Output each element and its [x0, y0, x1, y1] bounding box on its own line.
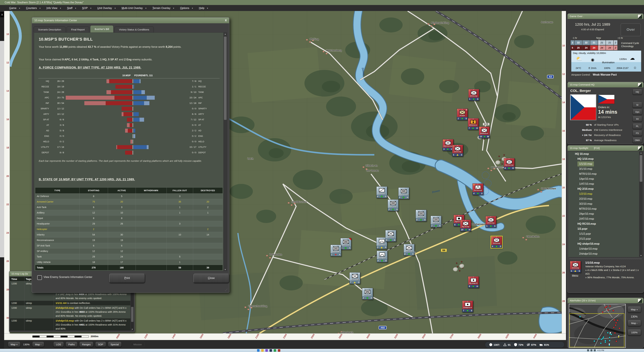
scenario-info-dialog[interactable]: 10.msp Scenario Information Center X Sce…: [32, 17, 230, 293]
menu-staff[interactable]: Staff▼: [67, 7, 76, 10]
unit-counter-4-4-PzGren[interactable]: •••T4/4/PzGren2S: [430, 216, 442, 227]
toolbar-map-[interactable]: Map -: [32, 342, 44, 347]
dialog-scrollbar[interactable]: ▲ ▼: [224, 33, 227, 271]
toolbar-paths[interactable]: Paths: [66, 342, 78, 347]
tab-butcher-s-bill[interactable]: Butcher's Bill: [90, 25, 114, 33]
hq-button-fs[interactable]: FS: [632, 131, 642, 136]
dialog-titlebar[interactable]: 10.msp Scenario Information Center X: [32, 18, 229, 23]
over-button[interactable]: Over: [620, 23, 641, 36]
spotlight-item-HQ-1-10-msp[interactable]: HQ 1/10.msp: [568, 156, 639, 161]
menu-info-view[interactable]: Info View▼: [46, 7, 61, 10]
log-row[interactable]: 1200sitrep1/1/11 AH is combat ineffectiv…: [10, 301, 130, 305]
unit-counter-1-2-10-msp[interactable]: IL1/2/10.msp4S: [491, 236, 502, 248]
unit-counter-1-4-PzGren[interactable]: •••T1/4/PzGren4A: [340, 238, 351, 250]
taskbar-app-icon[interactable]: [278, 349, 280, 352]
menu-terrain-overlay[interactable]: Terrain Overlay▼: [152, 7, 174, 10]
print-button[interactable]: Print: [109, 274, 145, 283]
log-row[interactable]: 1200sitrep1/shdpr/10.msp with On Call or…: [10, 318, 130, 330]
spotlight-item-2-2-10-msp[interactable]: 2/2/10.msp: [568, 196, 639, 201]
minimap-map-minus-button[interactable]: Map -: [628, 320, 641, 326]
unit-counter-1-3-PzGren[interactable]: •••L1/3/PzGren6S: [385, 230, 396, 242]
tab-final-report[interactable]: Final Report: [66, 27, 89, 33]
unit-counter-2-PzJgKp-5[interactable]: •••T2/PzJgKp 54S: [377, 251, 388, 262]
unit-counter-1-1-10-msp[interactable]: IL1/1/10.msp5S: [570, 261, 581, 273]
unit-counter-1-2-pzpr[interactable]: ILH1/2.pzpr2S: [457, 109, 468, 120]
log-resize-grip[interactable]: ⋰: [131, 328, 134, 331]
unit-counter-MTR-2-10-m[interactable]: ILMTR/2/10.m7O: [468, 118, 479, 130]
spotlight-item-1-1-2-pzpr[interactable]: 1/1/2.pzpr: [568, 231, 639, 236]
hq-button-pl[interactable]: PL: [632, 124, 642, 129]
spotlight-item-HQ-2-10-msp[interactable]: HQ 2/10.msp: [568, 186, 639, 191]
tray-icon[interactable]: [590, 349, 592, 351]
unit-counter-2-4-PzGren[interactable]: •••T2/4/PzGren5S: [416, 210, 426, 221]
unit-detail-counter[interactable]: IL1/1/10.msp5S: [570, 261, 580, 272]
view-enemy-checkbox[interactable]: [37, 275, 42, 280]
panel-corner-icon[interactable]: [638, 14, 642, 19]
spotlight-item-2-1-2-pzpr[interactable]: 2/1/2.pzpr: [568, 236, 639, 241]
panel-corner-icon[interactable]: [638, 83, 642, 87]
close-button[interactable]: Close: [193, 274, 229, 283]
spotlight-scrollbar[interactable]: ▲ ▼: [639, 151, 643, 257]
minimap[interactable]: [569, 304, 626, 348]
spotlight-item-1-1-10-msp[interactable]: 1/1/10.msp: [568, 161, 639, 166]
unit-counter-HQ-1-10-msp[interactable]: IWHQ 1/10.msp3H: [442, 139, 454, 151]
game-over-header[interactable]: Game Over .: [568, 14, 643, 19]
close-dock-icon[interactable]: X: [0, 12, 4, 17]
menu-game[interactable]: Game▼: [9, 7, 20, 10]
spotlight-item-1-shdpr-10-msp[interactable]: 1/shdpr/10.msp: [568, 246, 639, 251]
toolbar-ranges[interactable]: Ranges: [79, 342, 94, 347]
tray-icon[interactable]: [587, 349, 589, 351]
dialog-close-icon[interactable]: X: [225, 18, 227, 23]
tab-victory-status-conditions[interactable]: Victory Status & Conditions: [114, 27, 154, 33]
spotlight-item-1-2-10-msp[interactable]: 1/2/10.msp: [568, 191, 639, 196]
unit-counter-2-PzGrenBt[interactable]: •••T2/PzGrenBt2S: [362, 288, 373, 299]
hq-button-hq[interactable]: HQ: [632, 89, 642, 95]
spotlight-item-2-shdpr-10-msp[interactable]: 2/shdpr/10.msp: [568, 251, 639, 256]
menu-sop[interactable]: SOP▼: [82, 7, 92, 10]
unit-counter-HQ-10-msp[interactable]: ILHQ 10.msp20H: [460, 220, 471, 231]
unit-counter-1-shdpr-10-m[interactable]: IL1/shdpr/10.m7S: [462, 300, 473, 312]
os-taskbar[interactable]: 4:11 PM: [0, 349, 644, 352]
unit-counter-3-PzGrenBt[interactable]: •••LH3/PzGrenBt7S: [349, 272, 360, 284]
unit-counter-2-3-PzGren[interactable]: •••L2/3/PzGren6S: [404, 244, 414, 256]
minimap-header[interactable]: Aiterhofen (20 x 15 km): [568, 298, 643, 303]
spotlight-item-HQ-RC-10-msp[interactable]: HQ RC/10.msp: [568, 221, 639, 226]
toolbar-special[interactable]: Special: [108, 342, 122, 347]
log-col-time[interactable]: Time: [10, 277, 24, 281]
taskbar-app-icon[interactable]: [261, 349, 264, 352]
spotlight-item-3-2-10-msp[interactable]: 3/2/10.msp: [568, 201, 639, 206]
minimap-viewport-rect[interactable]: [570, 313, 624, 347]
taskbar-app-icon[interactable]: [270, 349, 272, 352]
taskbar-app-icon[interactable]: [265, 349, 268, 352]
unit-counter-HQ-2-10-msp[interactable]: ILHQ 2/10.msp8H: [504, 158, 515, 170]
hq-button-oma[interactable]: OMA: [632, 138, 642, 143]
tray-icon[interactable]: [594, 349, 596, 351]
dialog-resize-grip[interactable]: ⋰: [225, 288, 228, 291]
command-hq-header[interactable]: 10.msp Command HQ: [568, 82, 643, 87]
menu-unit-overlay[interactable]: Unit Overlay▼: [97, 7, 116, 10]
spotlight-item-3-1-10-msp[interactable]: 3/1/10.msp: [568, 166, 639, 171]
hq-button-int[interactable]: Int: [632, 116, 642, 122]
panel-corner-icon[interactable]: [638, 298, 642, 303]
unit-counter-MTR-1-10-m[interactable]: IWMTR/1/10.m10M: [479, 127, 490, 138]
menu-multi-unit-overlay[interactable]: Multi-Unit Overlay▼: [122, 7, 147, 10]
toolbar-map-[interactable]: Map +: [8, 342, 20, 347]
spotlight-item-2-AT-10-msp[interactable]: 2/AT/10.msp: [568, 216, 639, 221]
menu-counters[interactable]: Counters▼: [26, 7, 41, 10]
spotlight-splitter[interactable]: [569, 259, 642, 259]
tab-scenario-description[interactable]: Scenario Description: [34, 27, 66, 33]
spotlight-item-HQ-10-msp[interactable]: HQ 10.msp: [568, 151, 639, 156]
spotlight-item-MTR-1-10-msp[interactable]: MTR/1/10.msp: [568, 171, 639, 176]
unit-counter-1-PzGrenBt[interactable]: •••TH1/PzGrenBt1A: [330, 245, 342, 256]
unit-menu-link[interactable]: Menu: [572, 274, 578, 277]
spotlight-item-1-tpr-10-msp[interactable]: 1/tpr/10.msp: [568, 176, 639, 181]
spotlight-item-HQ-shdpr-10-msp[interactable]: HQ shdpr/10.msp: [568, 241, 639, 246]
minimap-100-button[interactable]: 100%: [628, 329, 641, 335]
unit-counter-1-AT-10-msp[interactable]: IW1/AT/10.msp4S: [472, 183, 484, 195]
panel-corner-icon[interactable]: [638, 146, 642, 150]
menu-help[interactable]: Help▼: [199, 7, 208, 10]
spotlight-item-1-AT-10-msp[interactable]: 1/AT/10.msp: [568, 181, 639, 186]
minimap-map-plus-button[interactable]: Map +: [628, 306, 641, 312]
unit-counter-3-1-10-msp[interactable]: IL3/1/10.msp1S: [468, 89, 479, 101]
spotlight-item-1-2-pzpr[interactable]: 1/2.pzpr: [568, 226, 639, 231]
